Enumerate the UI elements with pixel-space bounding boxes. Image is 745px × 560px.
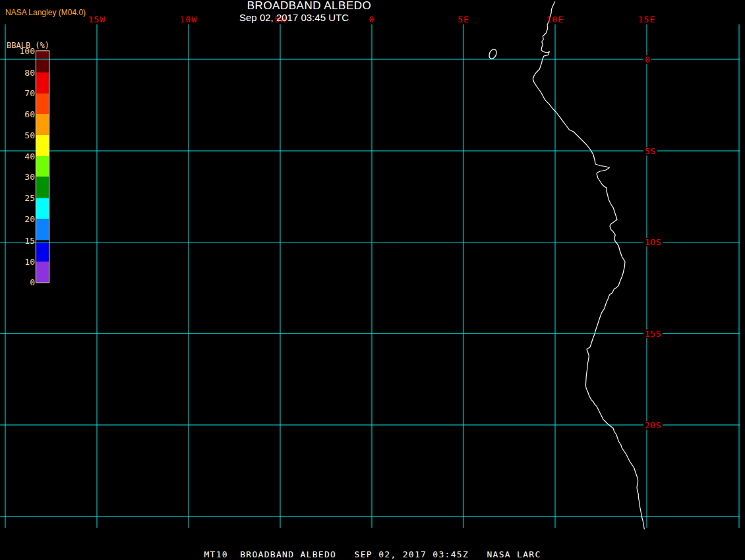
lon-label: 10W <box>180 15 197 24</box>
colorbar-block <box>36 51 49 59</box>
colorbar-tick-label: 70 <box>0 89 35 98</box>
island-ellipse <box>488 48 498 60</box>
lon-label: 15W <box>88 15 105 24</box>
lat-label: 20S <box>643 421 663 430</box>
footer-caption: MT10 BROADBAND ALBEDO SEP 02, 2017 03:45… <box>204 550 541 559</box>
colorbar-tick-label: 60 <box>0 110 35 119</box>
lon-label: 15E <box>638 15 655 24</box>
lon-label: 10E <box>547 15 564 24</box>
colorbar-block <box>36 219 49 240</box>
map-canvas <box>0 0 745 560</box>
page-title: BROADBAND ALBEDO <box>247 1 371 10</box>
colorbar-block <box>36 135 49 156</box>
colorbar-tick-label: 80 <box>0 69 35 77</box>
colorbar-tick-label: 10 <box>0 258 35 266</box>
colorbar-block <box>36 94 49 115</box>
colorbar-block <box>36 60 49 72</box>
colorbar-tick-label: 50 <box>0 131 35 140</box>
colorbar-block <box>36 72 49 94</box>
colorbar-block <box>36 177 49 198</box>
lat-label: 0 <box>643 55 651 64</box>
lat-label: 15S <box>643 329 663 338</box>
colorbar-tick-label: 20 <box>0 215 35 223</box>
colorbar-tick-label: 15 <box>0 237 35 245</box>
colorbar-block <box>36 262 49 283</box>
page-subtitle: Sep 02, 2017 03:45 UTC <box>239 13 349 22</box>
lon-label: 5E <box>458 15 469 24</box>
colorbar-block <box>36 114 49 135</box>
colorbar-block <box>36 156 49 177</box>
colorbar-tick-label: 40 <box>0 152 35 161</box>
albedo-map-screen: NASA Langley (M04.0) BROADBAND ALBEDO Se… <box>0 0 745 560</box>
coastline-path <box>533 2 644 529</box>
lat-label: 5S <box>643 147 657 155</box>
credit-label: NASA Langley (M04.0) <box>5 9 86 17</box>
colorbar-tick-label: 25 <box>0 194 35 202</box>
lon-label: 0 <box>369 15 375 24</box>
colorbar-tick-label: 30 <box>0 173 35 181</box>
lat-label: 10S <box>643 238 663 246</box>
colorbar-tick-label: 0 <box>0 278 35 287</box>
colorbar-block <box>36 198 49 219</box>
colorbar-tick-label: 100 <box>0 47 35 55</box>
colorbar-block <box>36 243 49 262</box>
